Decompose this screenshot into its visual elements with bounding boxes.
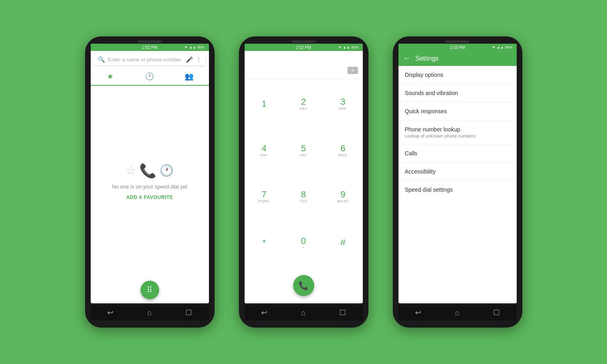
recents-button-3[interactable]: ☐: [493, 308, 500, 317]
phone-1: 2:02 PM ▼ ▲▲ 95% 🔍 Enter a name or phone…: [85, 36, 215, 328]
display-options-title: Display options: [405, 72, 510, 78]
speed-dial-title: Speed dial settings: [405, 186, 510, 193]
phone-1-screen: 2:02 PM ▼ ▲▲ 95% 🔍 Enter a name or phone…: [91, 44, 209, 303]
tab-recent[interactable]: 🕐: [130, 68, 169, 85]
quick-responses-title: Quick responses: [405, 108, 510, 114]
signal-icon-3: ▲▲: [497, 45, 504, 49]
settings-list: Display options Sounds and vibration Qui…: [398, 66, 517, 303]
settings-item-speed-dial[interactable]: Speed dial settings: [398, 181, 517, 199]
more-icon[interactable]: ⋮: [196, 56, 202, 63]
wifi-icon-3: ▼: [492, 45, 496, 49]
backspace-button[interactable]: ✕: [347, 67, 358, 74]
call-row: 📞: [245, 268, 363, 303]
dial-key-4[interactable]: 4 GHI: [245, 127, 284, 174]
accessibility-title: Accessibility: [405, 168, 510, 175]
status-bar-1: 2:02 PM ▼ ▲▲ 95%: [91, 44, 209, 51]
phone-3-screen: 2:03 PM ▼ ▲▲ 95% ← Settings Display opti…: [398, 44, 517, 303]
phone-lookup-subtitle: Lookup of unknown phone numbers: [405, 133, 510, 138]
status-icons-3: ▼ ▲▲ 95%: [492, 45, 513, 49]
dial-key-8[interactable]: 8 TUV: [284, 174, 323, 220]
search-placeholder: Enter a name or phone number: [108, 57, 183, 63]
settings-back-button[interactable]: ←: [403, 54, 411, 63]
home-button-1[interactable]: ⌂: [147, 309, 152, 317]
battery-icon-3: 95%: [505, 45, 512, 49]
nav-bar-3: ↩ ⌂ ☐: [398, 305, 517, 320]
status-bar-2: 2:02 PM ▼ ▲▲ 95%: [245, 44, 363, 51]
search-icon: 🔍: [98, 56, 105, 63]
signal-icon-1: ▲▲: [189, 45, 196, 49]
tabs: ★ 🕐 👥: [91, 68, 209, 86]
phone-2: 2:02 PM ▼ ▲▲ 95% ✕ 1 2 ABC 3: [239, 36, 368, 328]
dial-key-0[interactable]: 0 +: [284, 220, 323, 267]
dial-key-5[interactable]: 5 JKL: [284, 127, 323, 174]
nav-bar-2: ↩ ⌂ ☐: [245, 305, 363, 320]
back-button-2[interactable]: ↩: [261, 308, 267, 317]
status-icons-1: ▼ ▲▲ 95%: [184, 45, 205, 49]
settings-item-sounds[interactable]: Sounds and vibration: [398, 84, 517, 102]
clock-empty-icon: 🕐: [160, 164, 174, 177]
nav-bar-1: ↩ ⌂ ☐: [91, 305, 209, 320]
home-button-2[interactable]: ⌂: [301, 309, 306, 317]
add-favourite-button[interactable]: ADD A FAVOURITE: [126, 195, 173, 200]
dial-key-star[interactable]: *: [245, 220, 284, 267]
star-empty-icon: ☆: [126, 164, 136, 177]
call-button[interactable]: 📞: [293, 275, 314, 296]
dialpad-icon: ⠿: [147, 285, 153, 295]
status-time-3: 2:03 PM: [450, 45, 465, 50]
phone-lookup-title: Phone number lookup: [405, 126, 510, 133]
tab-favorites[interactable]: ★: [91, 68, 130, 85]
dialpad: 1 2 ABC 3 DEF 4 GHI 5 JKL 6 MNO: [245, 79, 363, 268]
settings-item-quick-responses[interactable]: Quick responses: [398, 102, 517, 121]
settings-title: Settings: [415, 55, 512, 62]
wifi-icon-1: ▼: [184, 45, 188, 49]
backspace-icon: ✕: [351, 68, 354, 73]
dial-key-7[interactable]: 7 PQRS: [245, 174, 284, 220]
contacts-icon: 👥: [185, 72, 194, 81]
empty-state: ☆ 📞 🕐 No one is on your speed dial yet A…: [91, 86, 209, 277]
settings-item-calls[interactable]: Calls: [398, 144, 517, 163]
back-button-1[interactable]: ↩: [107, 308, 113, 317]
dial-key-6[interactable]: 6 MNO: [323, 127, 362, 174]
home-button-3[interactable]: ⌂: [455, 309, 460, 317]
recents-button-2[interactable]: ☐: [339, 308, 346, 317]
dial-key-2[interactable]: 2 ABC: [284, 81, 323, 127]
back-button-3[interactable]: ↩: [415, 308, 421, 317]
dial-key-3[interactable]: 3 DEF: [323, 81, 362, 127]
dial-key-1[interactable]: 1: [245, 81, 284, 127]
recents-button-1[interactable]: ☐: [185, 308, 192, 317]
dialer-display: ✕: [245, 51, 363, 79]
phone-empty-icon: 📞: [139, 163, 156, 179]
signal-icon-2: ▲▲: [343, 45, 350, 49]
mic-icon[interactable]: 🎤: [186, 56, 193, 63]
dial-key-9[interactable]: 9 WXYZ: [323, 174, 362, 220]
settings-item-phone-lookup[interactable]: Phone number lookup Lookup of unknown ph…: [398, 121, 517, 144]
battery-icon-2: 95%: [351, 45, 358, 49]
phone-3: 2:03 PM ▼ ▲▲ 95% ← Settings Display opti…: [393, 36, 522, 328]
status-bar-3: 2:03 PM ▼ ▲▲ 95%: [398, 44, 517, 51]
recent-icon: 🕐: [145, 72, 154, 81]
settings-item-accessibility[interactable]: Accessibility: [398, 163, 517, 181]
dialpad-fab-button[interactable]: ⠿: [141, 281, 159, 299]
tab-contacts[interactable]: 👥: [169, 68, 209, 85]
status-time-1: 2:02 PM: [142, 45, 157, 50]
settings-item-display-options[interactable]: Display options: [398, 66, 517, 84]
status-time-2: 2:02 PM: [296, 45, 311, 50]
calls-title: Calls: [405, 150, 510, 157]
battery-icon-1: 95%: [197, 45, 204, 49]
star-icon: ★: [107, 72, 113, 81]
settings-app-bar: ← Settings: [398, 51, 517, 66]
status-icons-2: ▼ ▲▲ 95%: [338, 45, 359, 49]
call-icon: 📞: [298, 281, 309, 290]
empty-icons: ☆ 📞 🕐: [126, 163, 174, 179]
empty-message: No one is on your speed dial yet: [112, 184, 187, 190]
phone-2-screen: 2:02 PM ▼ ▲▲ 95% ✕ 1 2 ABC 3: [245, 44, 363, 303]
search-bar[interactable]: 🔍 Enter a name or phone number 🎤 ⋮: [94, 53, 206, 66]
dial-key-hash[interactable]: #: [323, 220, 362, 267]
wifi-icon-2: ▼: [338, 45, 342, 49]
sounds-vibration-title: Sounds and vibration: [405, 90, 510, 96]
